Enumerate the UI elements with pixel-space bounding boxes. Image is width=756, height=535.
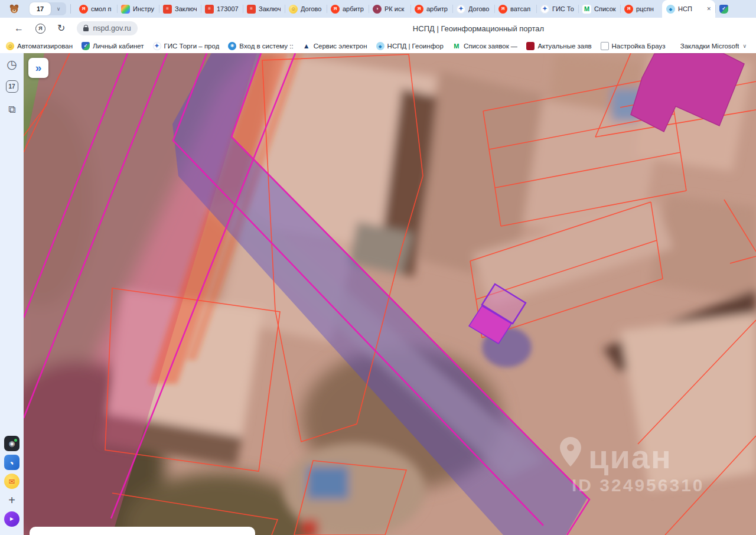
bookmark-item[interactable]: ✦ГИС Торги – прод xyxy=(153,42,220,50)
m-green-favicon: M xyxy=(452,42,461,50)
globe-blue-favicon: ✳ xyxy=(228,42,236,50)
tab[interactable]: ✦Догово xyxy=(452,0,494,18)
address-bar[interactable]: nspd.gov.ru xyxy=(77,21,137,35)
yandex-red-favicon: Я xyxy=(331,5,340,14)
tab[interactable]: Ярцспн xyxy=(620,0,662,18)
reload-icon[interactable]: ↻ xyxy=(57,24,65,33)
browser-side-panel: ◷17⧉◉◗✉+▲ xyxy=(0,53,24,535)
tab[interactable]: Яарбитр xyxy=(327,0,369,18)
tab-label: Догово xyxy=(301,5,322,12)
shield-teal-favicon: ✓ xyxy=(82,42,90,50)
yandex-browser-app-icon[interactable]: ◗ xyxy=(4,455,19,470)
tab[interactable]: ✦ГИС То xyxy=(536,0,578,18)
yandex-mail-app-icon[interactable]: ✉ xyxy=(4,474,19,489)
tab-close-icon[interactable]: ✕ xyxy=(706,6,711,12)
tab-label: арбитр xyxy=(426,5,448,12)
yandex-browser-menu-icon[interactable] xyxy=(8,3,20,15)
emblem-blue-favicon: ✦ xyxy=(540,5,549,14)
tab-active[interactable]: ◆НСП✕ xyxy=(662,0,715,18)
tab-label: арбитр xyxy=(343,5,364,12)
circle-yellow-favicon: ☺ xyxy=(289,5,298,14)
tab-label: РК иск xyxy=(384,5,406,12)
bookmark-label: Сервис электрон xyxy=(314,43,367,50)
tab-counter-group[interactable]: 17 ∨ xyxy=(30,2,66,15)
chevron-down-icon[interactable]: ∨ xyxy=(51,6,66,12)
tab[interactable]: ≡1730074 xyxy=(201,0,243,18)
nspd-blue-favicon: ◆ xyxy=(666,5,675,14)
tab[interactable]: Яарбитр xyxy=(410,0,452,18)
yandex-home-icon[interactable]: Я xyxy=(35,24,45,34)
expand-panel-button[interactable]: » xyxy=(28,58,48,78)
screenshot-icon[interactable]: ⧉ xyxy=(4,102,19,117)
bookmark-item[interactable]: ◆НСПД | Геоинфор xyxy=(376,42,444,50)
tab[interactable]: Инстру xyxy=(117,0,159,18)
tab[interactable]: ≡Заключ xyxy=(159,0,201,18)
bookmark-item[interactable]: Актуальные заяв xyxy=(526,42,591,50)
emblem-blue-favicon: ✦ xyxy=(153,42,161,50)
tab-label: НСП xyxy=(678,5,703,12)
emblem-blue-favicon: ✦ xyxy=(457,5,465,14)
alice-assistant-icon[interactable]: ▲ xyxy=(4,511,19,527)
tab-label: Заключ xyxy=(259,5,281,12)
back-icon[interactable]: ← xyxy=(14,24,24,33)
watermark-id: ID 324956310 xyxy=(572,475,705,495)
bookmark-label: Список заявок — xyxy=(464,43,517,50)
tab-label: Список xyxy=(594,5,616,12)
bookmark-item[interactable]: MСписок заявок — xyxy=(452,42,517,50)
circle-darkred-favicon: ◑ xyxy=(373,5,382,14)
history-icon[interactable]: ◷ xyxy=(4,57,19,72)
tab-strip: Ясмол пИнстру≡Заключ≡1730074≡Заключ☺Дого… xyxy=(75,0,756,18)
bookmark-item[interactable]: ✓Личный кабинет xyxy=(82,42,144,50)
bookmark-item[interactable]: ✳Вход в систему :: xyxy=(228,42,293,50)
bookmarks-folder-label: Закладки Microsoft xyxy=(680,43,739,50)
tab[interactable]: ≡Заключ xyxy=(243,0,285,18)
circle-yellow-favicon: ☺ xyxy=(6,42,14,50)
bookmark-label: Вход в систему :: xyxy=(239,43,293,50)
lock-icon[interactable] xyxy=(83,27,89,31)
doc-red-favicon: ≡ xyxy=(205,5,214,14)
yandex-red-favicon: Я xyxy=(624,5,633,14)
tab[interactable]: ◑РК иск xyxy=(369,0,410,18)
tab-label: рцспн xyxy=(636,5,658,12)
doc-red-favicon: ≡ xyxy=(247,5,256,14)
tab-label: смол п xyxy=(91,5,113,12)
bookmark-item[interactable]: ▲Сервис электрон xyxy=(302,42,367,50)
tab-label: 1730074 xyxy=(217,5,239,12)
recorder-app-icon[interactable]: ◉ xyxy=(4,436,19,451)
gradient-favicon xyxy=(121,5,130,14)
divider xyxy=(70,4,71,14)
bookmark-items: ☺Автоматизирован✓Личный кабинет✦ГИС Торг… xyxy=(6,42,666,50)
bookmark-item[interactable]: Настройка Брауз xyxy=(601,42,666,50)
bookmark-item[interactable]: ☺Автоматизирован xyxy=(6,42,73,50)
bookmark-label: Актуальные заяв xyxy=(537,43,591,50)
tab[interactable]: MСписок xyxy=(578,0,620,18)
tab[interactable]: Яватсап xyxy=(494,0,536,18)
bookmark-label: Автоматизирован xyxy=(17,43,73,50)
browser-toolbar: ← Я ↻ nspd.gov.ru НСПД | Геоинформационн… xyxy=(0,18,756,39)
tab-label: Догово xyxy=(468,5,490,12)
bookmarks-folder[interactable]: Закладки Microsoft ∨ xyxy=(680,43,747,50)
tab-counter-badge[interactable]: 17 xyxy=(30,2,51,15)
tab-label: ГИС То xyxy=(552,5,574,12)
chevron-down-icon: ∨ xyxy=(742,43,747,49)
tabs-panel-icon[interactable]: 17 xyxy=(6,80,18,93)
add-panel-icon[interactable]: + xyxy=(4,492,19,508)
map-canvas[interactable]: циан ID 324956310 xyxy=(24,53,756,535)
yandex-red-favicon: Я xyxy=(79,5,88,14)
tab[interactable]: ☺Догово xyxy=(285,0,327,18)
mountain-navy-favicon: ▲ xyxy=(302,42,311,50)
url-text[interactable]: nspd.gov.ru xyxy=(93,24,131,32)
watermark-brand: циан xyxy=(588,438,672,475)
bookmarks-bar: ☺Автоматизирован✓Личный кабинет✦ГИС Торг… xyxy=(0,39,756,53)
shield-teal-favicon: ✓ xyxy=(719,5,728,14)
bookmark-label: Личный кабинет xyxy=(93,43,144,50)
tab[interactable]: Ясмол п xyxy=(75,0,117,18)
cube-darkred-favicon xyxy=(526,42,535,50)
bookmark-label: Настройка Брауз xyxy=(612,43,666,50)
map-viewport[interactable]: циан ID 324956310 » xyxy=(24,53,756,535)
bookmark-label: ГИС Торги – прод xyxy=(164,43,220,50)
m-green-favicon: M xyxy=(582,5,591,14)
yandex-red-favicon: Я xyxy=(415,5,423,14)
tab[interactable]: ✓ xyxy=(715,0,738,18)
map-bottom-panel[interactable] xyxy=(30,527,255,535)
